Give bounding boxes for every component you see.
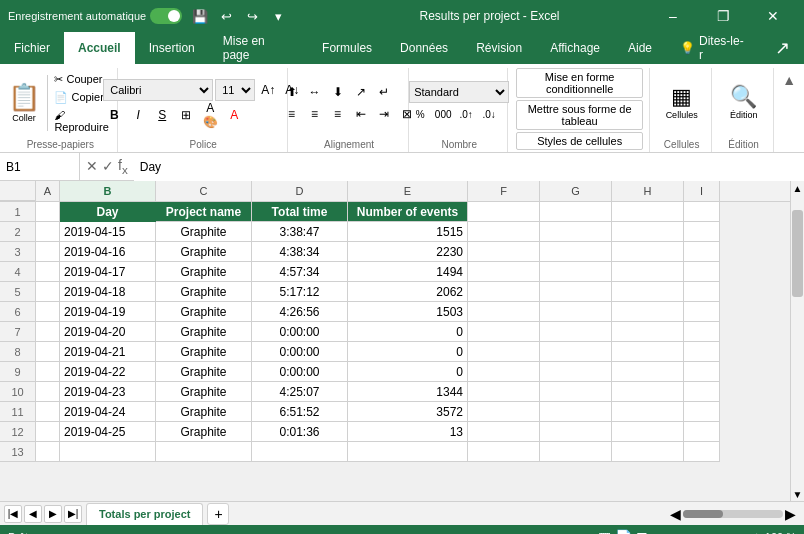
cell-e2[interactable]: 1515	[348, 222, 468, 242]
tab-formules[interactable]: Formules	[308, 32, 386, 64]
cell-d9[interactable]: 0:00:00	[252, 362, 348, 382]
cell-d1[interactable]: Total time	[252, 202, 348, 222]
cell-a10[interactable]	[36, 382, 60, 402]
cell-b8[interactable]: 2019-04-21	[60, 342, 156, 362]
cell-d10[interactable]: 4:25:07	[252, 382, 348, 402]
bold-button[interactable]: B	[103, 104, 125, 126]
cell-f1[interactable]	[468, 202, 540, 222]
tab-fichier[interactable]: Fichier	[0, 32, 64, 64]
align-center-button[interactable]: ≡	[304, 104, 326, 124]
cell-h4[interactable]	[612, 262, 684, 282]
col-header-h[interactable]: H	[612, 181, 684, 201]
cell-d6[interactable]: 4:26:56	[252, 302, 348, 322]
table-format-button[interactable]: Mettre sous forme de tableau	[516, 100, 643, 130]
cell-e13[interactable]	[348, 442, 468, 462]
cell-f7[interactable]	[468, 322, 540, 342]
cell-c12[interactable]: Graphite	[156, 422, 252, 442]
horizontal-scrollbar[interactable]	[683, 510, 783, 518]
cell-f8[interactable]	[468, 342, 540, 362]
cell-a5[interactable]	[36, 282, 60, 302]
fill-color-button[interactable]: A🎨	[199, 104, 221, 126]
cell-i8[interactable]	[684, 342, 720, 362]
col-header-c[interactable]: C	[156, 181, 252, 201]
cell-h12[interactable]	[612, 422, 684, 442]
col-header-d[interactable]: D	[252, 181, 348, 201]
cell-c5[interactable]: Graphite	[156, 282, 252, 302]
ribbon-collapse-button[interactable]: ▲	[782, 72, 796, 88]
tab-dites[interactable]: 💡 Dites-le-r	[666, 32, 761, 64]
scroll-track[interactable]	[791, 195, 804, 487]
cell-a1[interactable]	[36, 202, 60, 222]
cell-f2[interactable]	[468, 222, 540, 242]
cell-a3[interactable]	[36, 242, 60, 262]
cell-d7[interactable]: 0:00:00	[252, 322, 348, 342]
insert-function-icon[interactable]: fx	[118, 157, 128, 176]
cell-a2[interactable]	[36, 222, 60, 242]
italic-button[interactable]: I	[127, 104, 149, 126]
cell-d3[interactable]: 4:38:34	[252, 242, 348, 262]
cell-b1[interactable]: Day	[60, 202, 156, 222]
cell-c7[interactable]: Graphite	[156, 322, 252, 342]
cell-e11[interactable]: 3572	[348, 402, 468, 422]
cell-e3[interactable]: 2230	[348, 242, 468, 262]
cell-b11[interactable]: 2019-04-24	[60, 402, 156, 422]
cell-i9[interactable]	[684, 362, 720, 382]
sheet-prev-button[interactable]: ◀	[24, 505, 42, 523]
cell-f12[interactable]	[468, 422, 540, 442]
cell-h3[interactable]	[612, 242, 684, 262]
paste-button[interactable]: 📋 Coller	[3, 80, 46, 125]
sheet-first-button[interactable]: |◀	[4, 505, 22, 523]
cell-b13[interactable]	[60, 442, 156, 462]
cell-b3[interactable]: 2019-04-16	[60, 242, 156, 262]
page-break-icon[interactable]: ⊡	[636, 529, 648, 534]
cell-a12[interactable]	[36, 422, 60, 442]
col-header-i[interactable]: I	[684, 181, 720, 201]
cell-b4[interactable]: 2019-04-17	[60, 262, 156, 282]
cell-d2[interactable]: 3:38:47	[252, 222, 348, 242]
scroll-thumb[interactable]	[792, 210, 803, 298]
scroll-right-button[interactable]: ▶	[785, 506, 796, 522]
formula-input[interactable]	[134, 153, 804, 181]
undo-icon[interactable]: ↩	[214, 4, 238, 28]
cell-d5[interactable]: 5:17:12	[252, 282, 348, 302]
font-name-select[interactable]: Calibri	[103, 79, 213, 101]
col-header-g[interactable]: G	[540, 181, 612, 201]
cell-c2[interactable]: Graphite	[156, 222, 252, 242]
cell-e1[interactable]: Number of events	[348, 202, 468, 222]
cell-i13[interactable]	[684, 442, 720, 462]
save-icon[interactable]: 💾	[188, 4, 212, 28]
cell-b5[interactable]: 2019-04-18	[60, 282, 156, 302]
orientation-button[interactable]: ↗	[350, 82, 372, 102]
cell-e12[interactable]: 13	[348, 422, 468, 442]
page-layout-icon[interactable]: 📄	[615, 529, 632, 534]
sheet-last-button[interactable]: ▶|	[64, 505, 82, 523]
tab-insertion[interactable]: Insertion	[135, 32, 209, 64]
zoom-in-button[interactable]: +	[753, 529, 761, 534]
cell-h9[interactable]	[612, 362, 684, 382]
cell-c6[interactable]: Graphite	[156, 302, 252, 322]
cell-i2[interactable]	[684, 222, 720, 242]
cell-g6[interactable]	[540, 302, 612, 322]
cell-d13[interactable]	[252, 442, 348, 462]
underline-button[interactable]: S	[151, 104, 173, 126]
wrap-button[interactable]: ↵	[373, 82, 395, 102]
cell-i1[interactable]	[684, 202, 720, 222]
tab-affichage[interactable]: Affichage	[536, 32, 614, 64]
thousands-button[interactable]: 000	[432, 105, 454, 125]
cell-b10[interactable]: 2019-04-23	[60, 382, 156, 402]
cell-a11[interactable]	[36, 402, 60, 422]
cell-d12[interactable]: 0:01:36	[252, 422, 348, 442]
cell-g13[interactable]	[540, 442, 612, 462]
cell-reference[interactable]: B1	[0, 153, 80, 181]
tab-mise-en-page[interactable]: Mise en page	[209, 32, 308, 64]
cell-d4[interactable]: 4:57:34	[252, 262, 348, 282]
cell-e10[interactable]: 1344	[348, 382, 468, 402]
cell-i3[interactable]	[684, 242, 720, 262]
cell-i12[interactable]	[684, 422, 720, 442]
scroll-down-button[interactable]: ▼	[791, 487, 804, 501]
search-button[interactable]: 🔍 Édition	[720, 73, 768, 133]
cell-h13[interactable]	[612, 442, 684, 462]
cell-g2[interactable]	[540, 222, 612, 242]
increase-font-button[interactable]: A↑	[257, 79, 279, 101]
cell-a8[interactable]	[36, 342, 60, 362]
